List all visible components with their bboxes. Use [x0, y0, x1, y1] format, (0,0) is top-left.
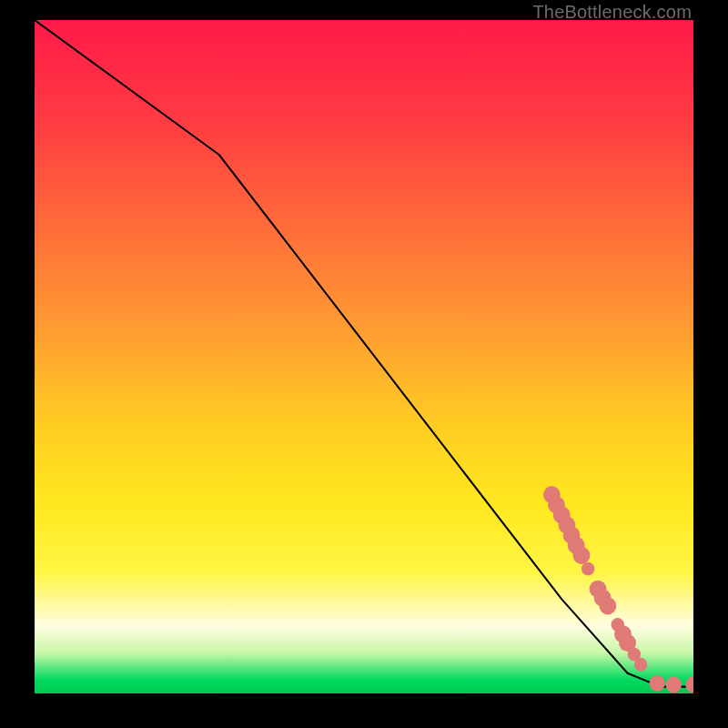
- marker-dot: [649, 675, 664, 692]
- marker-dot: [685, 677, 693, 693]
- marker-dot: [581, 562, 594, 576]
- marker-dot: [599, 597, 616, 614]
- marker-dot: [573, 547, 591, 564]
- marker-dot: [634, 658, 647, 672]
- chart-svg: [35, 20, 693, 693]
- plot-area: [35, 20, 693, 693]
- marker-dot: [666, 677, 682, 693]
- chart-frame: TheBottleneck.com: [0, 0, 728, 728]
